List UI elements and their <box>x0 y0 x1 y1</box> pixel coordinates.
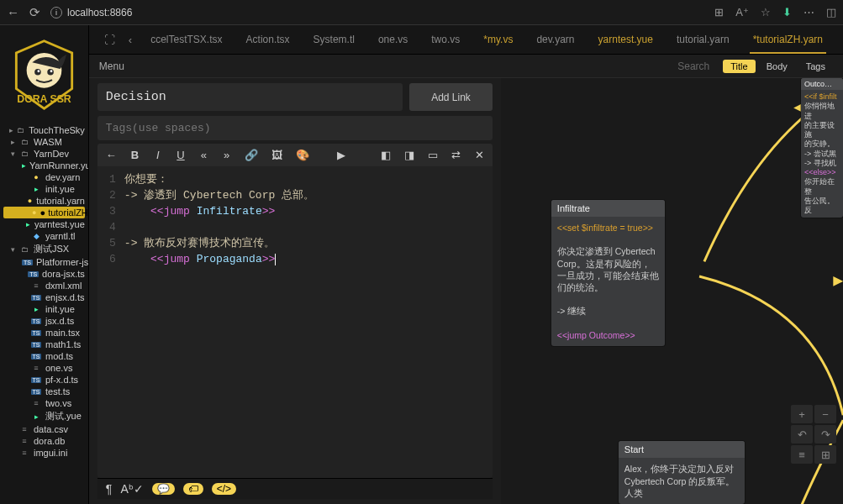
code-close-icon[interactable]: » <box>222 149 231 161</box>
back-arrow-icon[interactable]: ← <box>106 149 117 161</box>
back-icon[interactable]: ← <box>7 5 19 19</box>
palette-icon[interactable]: 🎨 <box>296 149 309 161</box>
code-open-icon[interactable]: « <box>199 149 208 161</box>
graph-node-body: Alex，你终于决定加入反对 Cybertech Corp 的反叛军。人类 <box>619 458 745 504</box>
code-toggle-icon[interactable]: </> <box>212 483 236 495</box>
bold-icon[interactable]: B <box>130 149 140 161</box>
mode-body[interactable]: Body <box>759 60 795 73</box>
sort-icon[interactable]: ≡ <box>791 445 813 464</box>
tree-item---jsx[interactable]: ▾🗀测试JSX <box>0 242 88 256</box>
tree-item-pf-x-d-ts[interactable]: TSpf-x.d.ts <box>0 374 88 386</box>
tab-tutorial-yarn[interactable]: tutorial.yarn <box>665 25 741 54</box>
graph-node-infiltrate[interactable]: Infiltrate <<set $infiltrate = true>> 你决… <box>551 200 665 346</box>
tree-item-yarntl-tl[interactable]: ◆yarntl.tl <box>0 230 88 242</box>
tag-icon[interactable]: 🏷 <box>183 483 203 495</box>
graph-node-outcome[interactable]: Outco… <<if $infilt你悄悄地进的主要设施的安静。-> 尝试黑-… <box>801 78 843 218</box>
zoom-in-icon[interactable]: + <box>791 405 813 423</box>
download-icon[interactable]: ⬇ <box>782 6 792 18</box>
mode-title[interactable]: Title <box>723 60 755 73</box>
tree-item-platformer-jsx-tsx[interactable]: TSPlatformer-jsx.tsx <box>0 256 88 268</box>
tree-item-init-yue[interactable]: ▸init.yue <box>0 183 88 195</box>
tree-item-jsx-d-ts[interactable]: TSjsx.d.ts <box>0 315 88 327</box>
close-icon[interactable]: ✕ <box>475 149 484 161</box>
tab-bar: ⛶ ‹ ccelTestTSX.tsxAction.tsxSystem.tlon… <box>89 25 843 55</box>
tree-item-two-vs[interactable]: ≡two.vs <box>0 397 88 409</box>
tab-scroll-left-icon[interactable]: ‹ <box>122 34 139 46</box>
italic-icon[interactable]: I <box>153 149 162 161</box>
mode-tags[interactable]: Tags <box>798 60 833 73</box>
more-icon[interactable]: ⋯ <box>803 6 814 18</box>
tree-item-data-csv[interactable]: ≡data.csv <box>0 423 88 435</box>
tree-item-imgui-ini[interactable]: ≡imgui.ini <box>0 447 88 459</box>
tree-item-dxml-xml[interactable]: ≡dxml.xml <box>0 280 88 291</box>
zoom-out-icon[interactable]: − <box>814 405 836 423</box>
tab-yarntest-yue[interactable]: yarntest.yue <box>587 25 665 54</box>
tab-system-tl[interactable]: System.tl <box>302 25 366 54</box>
code-editor[interactable]: 123456 你想要：-> 渗透到 Cybertech Corp 总部。 <<j… <box>97 166 493 478</box>
node-title-input[interactable] <box>97 83 403 111</box>
undo-icon[interactable]: ↶ <box>791 425 813 444</box>
menu-button[interactable]: Menu <box>99 60 124 72</box>
tab-one-vs[interactable]: one.vs <box>366 25 419 54</box>
image-icon[interactable]: 🖼 <box>271 149 282 161</box>
tab-action-tsx[interactable]: Action.tsx <box>234 25 302 54</box>
graph-node-title: Start <box>619 441 745 458</box>
tree-item-touchthesky[interactable]: ▸🗀TouchTheSky <box>0 124 88 136</box>
tab-cceltesttsx-tsx[interactable]: ccelTestTSX.tsx <box>139 25 234 54</box>
add-link-button[interactable]: Add Link <box>409 83 493 111</box>
tab-dev-yarn[interactable]: dev.yarn <box>524 25 586 54</box>
tree-item-tutorial-yarn[interactable]: ●tutorial.yarn <box>0 195 88 207</box>
url-box[interactable]: i localhost:8866 <box>50 7 132 18</box>
refresh-icon[interactable]: ⟳ <box>29 5 40 20</box>
fullscreen-icon[interactable]: ⛶ <box>97 34 122 46</box>
tree-item-yarndev[interactable]: ▾🗀YarnDev <box>0 148 88 160</box>
spellcheck-icon[interactable]: Aᵇ✓ <box>120 482 143 496</box>
tree-item-yarnrunner-yue[interactable]: ▸YarnRunner.yue <box>0 160 88 171</box>
tree-item-yarntest-yue[interactable]: ▸yarntest.yue <box>0 218 88 230</box>
search-input[interactable]: Search <box>677 60 709 72</box>
svg-marker-7 <box>833 276 843 286</box>
tree-item----yue[interactable]: ▸测试.yue <box>0 409 88 423</box>
pilcrow-icon[interactable]: ¶ <box>106 482 113 496</box>
editor-toolbar: ← B I U « » 🔗 🖼 🎨 ▶ ◧ ◨ ▭ ⇄ ✕ <box>97 144 493 166</box>
grid-icon[interactable]: ⊞ <box>814 445 836 464</box>
tree-item-wasm[interactable]: ▸🗀WASM <box>0 136 88 148</box>
graph-node-start[interactable]: Start Alex，你终于决定加入反对 Cybertech Corp 的反叛军… <box>619 441 745 504</box>
chat-icon[interactable]: 💬 <box>152 483 175 495</box>
graph-controls: + − ↶ ↷ ≡ ⊞ <box>791 405 836 464</box>
svg-point-3 <box>37 70 40 72</box>
tab--my-vs[interactable]: *my.vs <box>472 25 524 54</box>
tree-item-mod-ts[interactable]: TSmod.ts <box>0 350 88 362</box>
tree-item-dora-db[interactable]: ≡dora.db <box>0 435 88 447</box>
tab-two-vs[interactable]: two.vs <box>419 25 472 54</box>
underline-icon[interactable]: U <box>176 149 185 161</box>
read-aloud-icon[interactable]: A⁺ <box>735 6 749 18</box>
play-icon[interactable]: ▶ <box>336 149 345 161</box>
tree-item-init-yue[interactable]: ▸init.yue <box>0 303 88 315</box>
tree-item-dev-yarn[interactable]: ●dev.yarn <box>0 171 88 183</box>
layout1-icon[interactable]: ◧ <box>381 149 391 161</box>
layout3-icon[interactable]: ▭ <box>428 149 438 161</box>
tree-item-test-ts[interactable]: TStest.ts <box>0 386 88 397</box>
tree-item-one-vs[interactable]: ≡one.vs <box>0 362 88 374</box>
sidebar-toggle-icon[interactable]: ◫ <box>826 6 836 18</box>
redo-icon[interactable]: ↷ <box>814 425 836 444</box>
tree-item-main-tsx[interactable]: TSmain.tsx <box>0 327 88 339</box>
tree-item-dora-jsx-ts[interactable]: TSdora-jsx.ts <box>0 268 88 280</box>
tags-input[interactable] <box>97 116 493 140</box>
tab--tutorialzh-yarn[interactable]: *tutorialZH.yarn <box>741 25 835 54</box>
info-icon[interactable]: i <box>50 7 62 18</box>
svg-point-4 <box>50 70 53 72</box>
tree-item-tutorialzh-yarn[interactable]: ●● tutorialZH.yarn <box>3 207 85 218</box>
tree-item-math1-ts[interactable]: TSmath1.ts <box>0 339 88 350</box>
tree-item-enjsx-d-ts[interactable]: TSenjsx.d.ts <box>0 291 88 303</box>
layout2-icon[interactable]: ◨ <box>404 149 414 161</box>
swap-icon[interactable]: ⇄ <box>451 149 461 161</box>
graph-canvas[interactable]: Outco… <<if $infilt你悄悄地进的主要设施的安静。-> 尝试黑-… <box>501 78 843 504</box>
app-icon[interactable]: ⊞ <box>714 6 724 18</box>
link-icon[interactable]: 🔗 <box>245 149 258 161</box>
favorite-icon[interactable]: ☆ <box>761 6 771 18</box>
browser-address-bar: ← ⟳ i localhost:8866 ⊞ A⁺ ☆ ⬇ ⋯ ◫ <box>0 0 843 25</box>
logo: DORA SSR <box>0 30 88 124</box>
editor-bottom-bar: ¶ Aᵇ✓ 💬 🏷 </> <box>97 478 493 499</box>
